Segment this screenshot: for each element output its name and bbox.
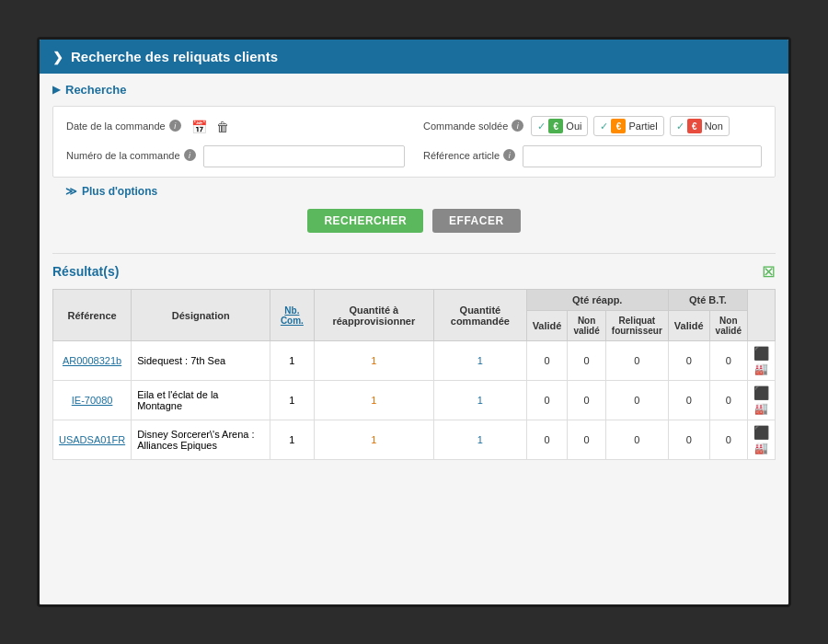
row-reference[interactable]: AR0008321b: [53, 341, 132, 381]
th-qte-reapp-group: Qté réapp.: [526, 290, 668, 311]
row-qte-commandee: 1: [434, 341, 527, 381]
date-commande-info[interactable]: i: [169, 120, 181, 132]
row-actions: ⬛ 🏭: [747, 381, 775, 420]
recherche-label: Recherche: [65, 83, 126, 97]
row-non-valide2: 0: [709, 381, 747, 420]
th-qte-bt-group: Qté B.T.: [668, 290, 747, 311]
check-non-icon: ✓: [676, 121, 684, 132]
cube-icon[interactable]: ⬛: [753, 346, 769, 361]
row-valide: 0: [526, 381, 568, 420]
plus-options-row[interactable]: ≫ Plus d'options: [52, 178, 776, 198]
th-qte-reappro: Quantité à réapprovisionner: [314, 290, 434, 341]
row-qte-commandee: 1: [434, 420, 527, 460]
oui-label: Oui: [566, 121, 581, 132]
results-table: Référence Désignation Nb. Com. Quantité …: [52, 289, 776, 460]
euro-partiel-badge: €: [611, 119, 626, 133]
main-window: ❯ Recherche des reliquats clients ▶ Rech…: [37, 37, 791, 607]
resultats-title: Résultat(s): [52, 264, 119, 279]
row-actions: ⬛ 🏭: [747, 341, 775, 381]
numero-commande-info[interactable]: i: [184, 149, 196, 161]
euro-non-badge: €: [687, 119, 702, 133]
row-reliquat: 0: [605, 381, 668, 420]
date-icons: 📅 🗑: [189, 116, 232, 136]
row-designation: Eila et l'éclat de la Montagne: [132, 381, 270, 420]
checkbox-group: ✓ € Oui ✓ € Partiel ✓ € Non: [531, 116, 730, 136]
row-actions: ⬛ 🏭: [747, 420, 775, 460]
date-commande-row: Date de la commande i 📅 🗑: [66, 116, 405, 136]
trash-icon[interactable]: 🗑: [213, 118, 232, 136]
row-designation: Disney Sorcerer\'s Arena : Alliances Epi…: [132, 420, 270, 460]
euro-oui-badge: €: [548, 119, 563, 133]
resultats-header: Résultat(s) ⊠: [40, 254, 788, 289]
factory-icon[interactable]: 🏭: [754, 442, 768, 454]
th-actions: [747, 290, 775, 341]
row-valide2: 0: [668, 341, 709, 381]
row-non-valide: 0: [568, 381, 605, 420]
th-reliquat-fournisseur: Reliquatfournisseur: [605, 311, 668, 341]
checkbox-oui[interactable]: ✓ € Oui: [531, 116, 588, 136]
commande-soldee-info[interactable]: i: [512, 120, 523, 132]
reference-article-info[interactable]: i: [503, 149, 515, 161]
row-nb-com: 1: [270, 420, 314, 460]
window-title: Recherche des reliquats clients: [71, 49, 278, 64]
row-valide: 0: [526, 341, 568, 381]
reference-article-label: Référence article i: [423, 145, 515, 161]
th-designation: Désignation: [132, 290, 270, 341]
checkbox-non[interactable]: ✓ € Non: [670, 116, 730, 136]
options-icon: ≫: [65, 185, 77, 198]
row-reliquat: 0: [605, 341, 668, 381]
row-nb-com: 1: [270, 381, 314, 420]
cube-icon[interactable]: ⬛: [753, 425, 769, 440]
numero-commande-row: Numéro de la commande i: [66, 145, 405, 167]
th-nb-com[interactable]: Nb. Com.: [270, 290, 314, 341]
cube-icon[interactable]: ⬛: [753, 385, 769, 400]
effacer-button[interactable]: EFFACER: [432, 209, 521, 233]
row-reliquat: 0: [605, 420, 668, 460]
reference-article-input[interactable]: [523, 145, 762, 167]
table-row: AR0008321b Sidequest : 7th Sea 1 1 1 0 0…: [53, 341, 776, 381]
partiel-label: Partiel: [628, 121, 657, 132]
row-valide2: 0: [668, 381, 709, 420]
table-row: IE-70080 Eila et l'éclat de la Montagne …: [53, 381, 776, 420]
th-valide2: Validé: [668, 311, 709, 341]
row-designation: Sidequest : 7th Sea: [132, 341, 270, 381]
table-row: USADSA01FR Disney Sorcerer\'s Arena : Al…: [53, 420, 776, 460]
row-non-valide2: 0: [709, 420, 747, 460]
numero-commande-input[interactable]: [203, 145, 405, 167]
commande-soldee-row: Commande soldée i ✓ € Oui ✓ € Partiel: [423, 116, 762, 136]
row-qte-commandee: 1: [434, 381, 527, 420]
row-non-valide: 0: [568, 420, 605, 460]
factory-icon[interactable]: 🏭: [754, 362, 768, 375]
tri-icon: ▶: [52, 84, 60, 96]
calendar-icon[interactable]: 📅: [189, 118, 210, 136]
section-recherche-title: ▶ Recherche: [52, 83, 776, 97]
commande-soldee-label: Commande soldée i: [423, 116, 523, 132]
numero-commande-label: Numéro de la commande i: [66, 145, 196, 161]
search-form: Date de la commande i 📅 🗑 Commande soldé…: [52, 106, 776, 178]
row-valide2: 0: [668, 420, 709, 460]
row-non-valide2: 0: [709, 341, 747, 381]
row-nb-com: 1: [270, 341, 314, 381]
row-valide: 0: [526, 420, 568, 460]
buttons-row: RECHERCHER EFFACER: [52, 198, 776, 244]
table-container: Référence Désignation Nb. Com. Quantité …: [40, 289, 788, 473]
rechercher-button[interactable]: RECHERCHER: [307, 209, 423, 233]
date-commande-label: Date de la commande i: [66, 116, 181, 132]
row-non-valide: 0: [568, 341, 605, 381]
export-icon[interactable]: ⊠: [762, 261, 776, 282]
th-non-valide: Nonvalidé: [568, 311, 605, 341]
factory-icon[interactable]: 🏭: [754, 402, 768, 415]
row-qte-reappro: 1: [314, 381, 434, 420]
checkbox-partiel[interactable]: ✓ € Partiel: [593, 116, 663, 136]
row-qte-reappro: 1: [314, 341, 434, 381]
window-header: ❯ Recherche des reliquats clients: [40, 40, 788, 74]
th-qte-commandee: Quantité commandée: [434, 290, 527, 341]
th-valide: Validé: [526, 311, 568, 341]
recherche-section: ▶ Recherche Date de la commande i 📅 🗑 Co…: [40, 74, 788, 253]
check-oui-icon: ✓: [537, 121, 546, 132]
check-partiel-icon: ✓: [600, 121, 608, 132]
header-chevron: ❯: [52, 50, 63, 64]
row-reference[interactable]: USADSA01FR: [53, 420, 132, 460]
options-label: Plus d'options: [82, 185, 157, 198]
row-reference[interactable]: IE-70080: [53, 381, 132, 420]
